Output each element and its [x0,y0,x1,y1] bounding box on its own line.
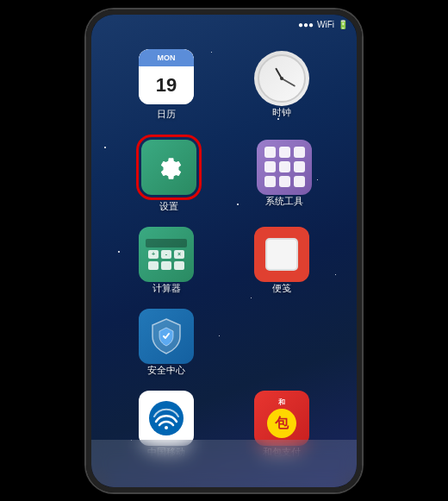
status-icons: ●●● WiFi 🔋 [298,20,348,29]
dot-4 [264,161,276,172]
svg-point-0 [149,401,184,435]
settings-highlight-border [136,135,202,200]
memo-paper [265,238,298,271]
system-tools-label: 系统工具 [265,195,303,208]
memo-label: 便笺 [272,282,291,295]
calendar-label: 日历 [157,108,176,121]
clock-center-dot [280,77,283,80]
calendar-date: 19 [139,66,194,104]
system-tools-icon [257,140,312,195]
calc-btn-2: - [161,250,171,259]
calendar-month: MON [158,53,176,62]
app-memo[interactable]: 便笺 [254,227,309,295]
shield-svg [149,317,184,355]
status-battery: 🔋 [338,20,348,29]
status-wifi: WiFi [317,20,334,29]
calc-btn-3: × [174,250,184,259]
status-bar: ●●● WiFi 🔋 [91,15,357,35]
calc-btn-1: + [148,250,159,259]
screen: ●●● WiFi 🔋 MON 19 [91,15,357,487]
calculator-icon: + - × [139,227,194,282]
dots-grid [259,141,310,192]
app-settings[interactable]: 设置 [136,135,202,213]
app-row-3: + - × 计算器 [109,227,339,295]
clock-label: 时钟 [272,106,291,119]
hepao-top-text: 和 [278,398,286,407]
hepao-bubble: 包 [267,409,296,438]
app-clock[interactable]: 时钟 [254,49,309,121]
security-icon [139,309,194,364]
memo-icon [254,227,309,282]
phone-frame: ●●● WiFi 🔋 MON 19 [86,9,362,492]
status-signal: ●●● [298,20,314,29]
app-row-4: 安全中心 [109,309,339,377]
calc-row-1: + - × [148,250,184,259]
app-calendar[interactable]: MON 19 日历 [139,49,194,121]
app-row-1: MON 19 日历 [109,49,339,121]
dot-8 [279,176,290,187]
security-label: 安全中心 [147,364,185,377]
calc-row-2 [148,261,184,270]
clock-icon [254,51,309,106]
settings-label: 设置 [159,200,178,213]
calendar-icon: MON 19 [139,49,194,104]
calc-btn-6 [174,261,184,270]
dot-3 [294,147,305,158]
settings-icon [141,140,196,195]
calc-btn-5 [161,261,171,270]
dock-bar [91,440,357,487]
app-grid: MON 19 日历 [91,41,357,435]
svg-point-1 [165,426,168,429]
dot-1 [264,147,276,158]
clock-minute-hand [282,78,296,87]
hepao-inner-char: 包 [275,415,289,433]
calc-display [146,239,187,247]
cmobile-logo-svg [147,399,185,437]
hepao-icon: 和 包 [254,391,309,446]
app-row-2: 设置 [109,135,339,213]
app-security[interactable]: 安全中心 [139,309,194,377]
dot-9 [294,176,305,187]
dot-2 [279,147,290,158]
calc-btn-4 [148,261,159,270]
calculator-label: 计算器 [152,282,181,295]
empty-slot-row4 [254,309,309,364]
app-calculator[interactable]: + - × 计算器 [139,227,194,295]
dot-5 [279,161,290,172]
dot-7 [264,176,276,187]
gear-svg [153,152,184,183]
dot-6 [294,161,305,172]
app-system-tools[interactable]: 系统工具 [257,135,312,213]
cmobile-icon [139,391,194,446]
